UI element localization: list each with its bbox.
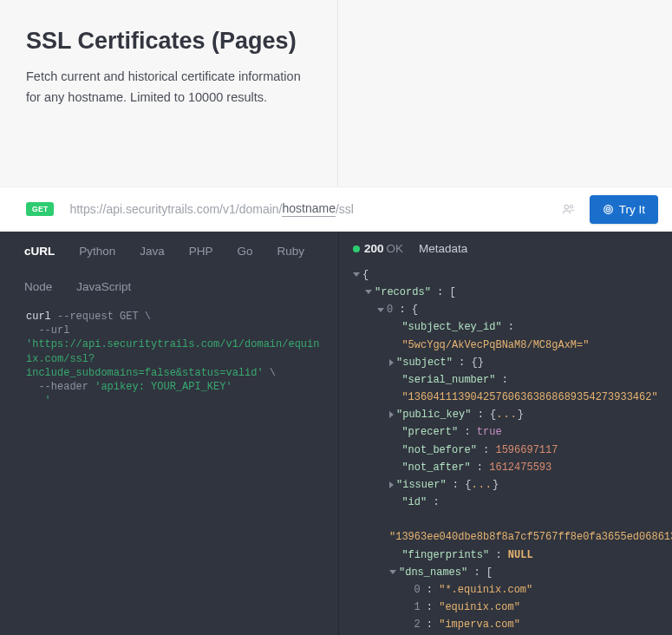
svg-point-4 [608,208,609,209]
lang-tab-ruby[interactable]: Ruby [265,240,317,262]
caret-right-icon[interactable] [389,359,394,366]
lang-tab-curl[interactable]: cURL [12,240,67,262]
response-status[interactable]: 200OK [353,240,403,256]
request-code-panel: cURL Python Java PHP Go Ruby Node JavaSc… [0,232,338,635]
lang-tab-java[interactable]: Java [127,240,177,262]
curl-code-block[interactable]: curl --request GET \ --url 'https://api.… [0,304,338,422]
caret-right-icon[interactable] [389,481,394,488]
caret-down-icon[interactable] [353,272,360,277]
json-response-viewer[interactable]: { "records" : [ 0 : { "subject_key_id" :… [339,263,672,635]
caret-down-icon[interactable] [365,290,372,294]
page-header: SSL Certificates (Pages) Fetch current a… [0,0,338,187]
response-tabs: 200OK Metadata [339,232,672,263]
response-panel: 200OK Metadata { "records" : [ 0 : { "su… [338,232,672,635]
http-method-badge: GET [26,202,54,216]
url-suffix: /ssl [336,202,354,216]
page-title: SSL Certificates (Pages) [26,28,311,55]
language-tabs-row2: Node JavaScript [0,267,338,304]
header-right-blank [338,0,672,187]
svg-point-0 [564,205,569,209]
lang-tab-php[interactable]: PHP [177,240,225,262]
caret-down-icon[interactable] [377,308,384,312]
try-it-button[interactable]: Try It [590,195,658,224]
metadata-tab[interactable]: Metadata [419,242,467,255]
url-path-param[interactable]: hostname [282,201,335,217]
target-icon [603,204,614,215]
lang-tab-python[interactable]: Python [67,240,127,262]
lang-tab-node[interactable]: Node [12,276,64,298]
language-tabs: cURL Python Java PHP Go Ruby [0,232,338,267]
try-it-label: Try It [619,203,645,216]
status-dot-icon [353,245,360,252]
url-prefix: https://api.securitytrails.com/v1/domain… [69,202,282,216]
svg-point-1 [570,205,572,207]
caret-right-icon[interactable] [389,411,394,418]
page-description: Fetch current and historical certificate… [26,67,311,108]
auth-user-icon[interactable] [561,202,576,217]
request-bar: GET https://api.securitytrails.com/v1/do… [0,187,672,232]
caret-down-icon[interactable] [389,570,396,574]
lang-tab-go[interactable]: Go [225,240,265,262]
lang-tab-javascript[interactable]: JavaScript [64,276,143,298]
